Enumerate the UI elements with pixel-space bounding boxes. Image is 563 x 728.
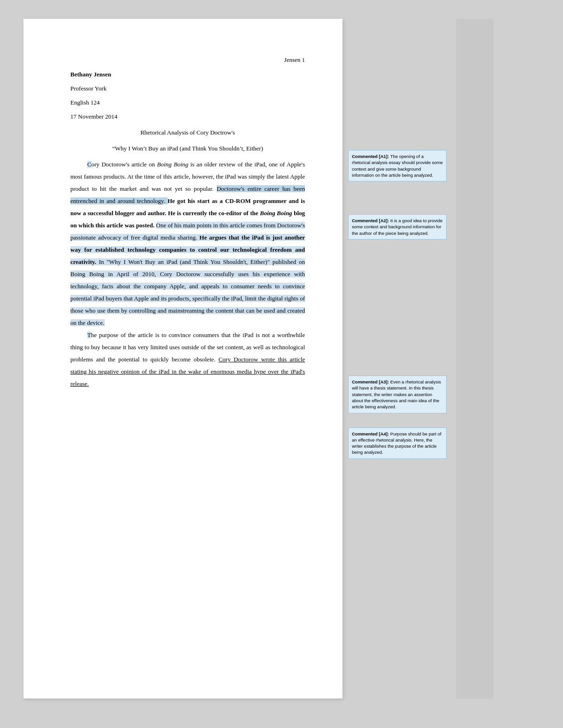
comment-a2-label: Commented [A2]: (352, 218, 389, 223)
page-number: Jensen 1 (70, 56, 305, 64)
document-page: Jensen 1 Bethany Jensen Professor York E… (23, 19, 342, 698)
document-wrapper: Jensen 1 Bethany Jensen Professor York E… (23, 19, 540, 709)
gray-sidebar (456, 19, 494, 698)
comment-a1-label: Commented [A1]: (352, 154, 389, 159)
comment-a3-label: Commented [A3]: (352, 379, 389, 384)
comment-a4-label: Commented [A4]: (352, 431, 389, 436)
comment-a2: Commented [A2]: It is a good idea to pro… (348, 214, 447, 240)
paragraph-1: Cory Doctorow's article on Boing Boing i… (70, 158, 305, 329)
date: 17 November 2014 (70, 111, 305, 123)
comments-panel: Commented [A1]: The opening of a rhetori… (348, 19, 456, 464)
professor-name: Professor York (70, 83, 305, 95)
p1-opening: Cory Doctorow's article on Boing Boing i… (70, 161, 305, 326)
p2-text: The purpose of the article is to convinc… (70, 331, 305, 387)
paragraph-2: The purpose of the article is to convinc… (70, 329, 305, 390)
comment-a4: Commented [A4]: Purpose should be part o… (348, 428, 447, 459)
comment-a3: Commented [A3]: Even a rhetorical analys… (348, 375, 447, 413)
comment-a1: Commented [A1]: The opening of a rhetori… (348, 150, 447, 181)
essay-title-line2: “Why I Won’t Buy an iPad (and Think You … (70, 143, 305, 155)
essay-title-line1: Rhetorical Analysis of Cory Doctrow's (70, 127, 305, 139)
author-name: Bethany Jensen (70, 68, 305, 81)
course-name: English 124 (70, 97, 305, 109)
